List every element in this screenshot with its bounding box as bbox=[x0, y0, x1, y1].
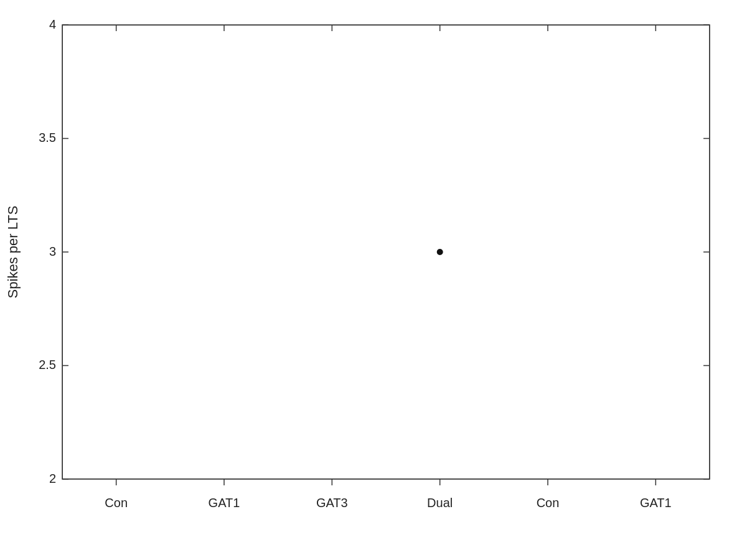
chart-container bbox=[0, 0, 747, 560]
chart-plot-area bbox=[62, 25, 710, 479]
